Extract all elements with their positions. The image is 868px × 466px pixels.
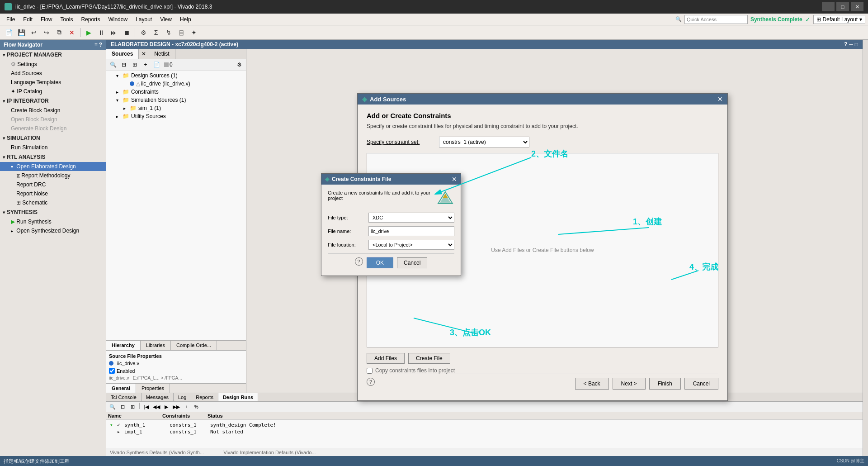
nav-run-synthesis[interactable]: ▶ Run Synthesis xyxy=(0,217,106,226)
nav-language-templates[interactable]: Language Templates xyxy=(0,78,106,87)
menu-window[interactable]: Window xyxy=(104,15,131,24)
copy-constraints-checkbox[interactable] xyxy=(367,368,373,374)
tree-iic-drive[interactable]: △ iic_drive (iic_drive.v) xyxy=(107,80,245,88)
sources-add-btn[interactable]: + xyxy=(141,60,151,69)
section-simulation[interactable]: ▾ SIMULATION xyxy=(0,133,106,143)
finish-btn[interactable]: Finish xyxy=(649,378,681,390)
menu-reports[interactable]: Reports xyxy=(77,15,104,24)
console-next-btn[interactable]: ▶▶ xyxy=(172,403,181,411)
expand-constraints[interactable]: ▸ xyxy=(116,90,122,95)
format-btn[interactable]: ⌸ xyxy=(175,27,187,38)
ccf-cancel-btn[interactable]: Cancel xyxy=(397,257,427,268)
ccf-file-location-select[interactable]: <Local to Project> xyxy=(368,240,454,250)
tab-log[interactable]: Log xyxy=(174,393,191,401)
ccf-ok-btn[interactable]: OK xyxy=(367,257,393,268)
menu-tools[interactable]: Tools xyxy=(57,15,76,24)
elab-minimize[interactable]: ─ xyxy=(849,41,853,48)
layout-dropdown[interactable]: ⊞ Default Layout ▾ xyxy=(813,15,865,24)
console-add-btn[interactable]: + xyxy=(182,403,191,411)
tab-netlist[interactable]: Netlist xyxy=(149,49,175,59)
ccf-file-name-input[interactable] xyxy=(368,226,454,236)
tab-messages[interactable]: Messages xyxy=(142,393,174,401)
nav-report-noise[interactable]: Report Noise xyxy=(0,189,106,198)
tree-utility-sources[interactable]: ▸ 📁 Utility Sources xyxy=(107,112,245,120)
sources-search-btn[interactable]: 🔍 xyxy=(108,60,118,69)
sources-filter-btn[interactable]: ⊟ xyxy=(119,60,129,69)
nav-settings[interactable]: ⚙ Settings xyxy=(0,60,106,69)
tree-simulation-sources[interactable]: ▾ 📁 Simulation Sources (1) xyxy=(107,96,245,104)
nav-open-elaborated-design[interactable]: ▾ Open Elaborated Design xyxy=(0,162,106,171)
console-percent-btn[interactable]: % xyxy=(192,403,201,411)
console-prev-btn[interactable]: ◀◀ xyxy=(152,403,161,411)
menu-help[interactable]: Help xyxy=(176,15,195,24)
tab-design-runs[interactable]: Design Runs xyxy=(218,393,258,401)
copy-btn[interactable]: ⧉ xyxy=(53,27,65,38)
tab-hierarchy[interactable]: Hierarchy xyxy=(106,341,141,350)
back-btn[interactable]: < Back xyxy=(575,378,609,390)
tab-reports[interactable]: Reports xyxy=(191,393,218,401)
tab-tcl-console[interactable]: Tcl Console xyxy=(106,393,142,401)
console-collapse-btn[interactable]: ⊞ xyxy=(128,403,137,411)
close-sources-tab[interactable]: ✕ xyxy=(139,49,149,59)
menu-layout[interactable]: Layout xyxy=(132,15,156,24)
nav-schematic[interactable]: ⊞ Schematic xyxy=(0,198,106,207)
menu-edit[interactable]: Edit xyxy=(19,15,36,24)
save-btn[interactable]: 💾 xyxy=(15,27,27,38)
new-btn[interactable]: 📄 xyxy=(3,27,14,38)
stats-btn[interactable]: Σ xyxy=(150,27,162,38)
menu-flow[interactable]: Flow xyxy=(37,15,56,24)
nav-add-sources[interactable]: Add Sources xyxy=(0,69,106,78)
flow-nav-help[interactable]: ? xyxy=(99,42,102,48)
step-btn[interactable]: ⏭ xyxy=(108,27,120,38)
menu-view[interactable]: View xyxy=(156,15,175,24)
close-button[interactable]: ✕ xyxy=(851,2,863,11)
tree-sim-1[interactable]: ▸ 📁 sim_1 (1) xyxy=(107,104,245,112)
minimize-button[interactable]: ─ xyxy=(822,2,835,11)
add-sources-close-btn[interactable]: ✕ xyxy=(717,95,723,103)
run-impl-1[interactable]: ▸ impl_1 constrs_1 Not started xyxy=(110,428,859,435)
add-sources-help-btn[interactable]: ? xyxy=(367,378,375,386)
tab-general[interactable]: General xyxy=(106,384,136,393)
add-files-btn[interactable]: Add Files xyxy=(367,353,405,364)
create-file-btn[interactable]: Create File xyxy=(408,353,450,364)
compile-btn[interactable]: ↯ xyxy=(163,27,175,38)
ccf-close-btn[interactable]: ✕ xyxy=(452,176,457,183)
expand-utility-sources[interactable]: ▸ xyxy=(116,114,122,119)
elab-maximize[interactable]: □ xyxy=(855,41,858,48)
tree-constraints[interactable]: ▸ 📁 Constraints xyxy=(107,88,245,96)
sources-file-btn[interactable]: 📄 xyxy=(151,60,161,69)
tree-design-sources[interactable]: ▾ 📁 Design Sources (1) xyxy=(107,71,245,80)
nav-create-block-design[interactable]: Create Block Design xyxy=(0,106,106,115)
menu-file[interactable]: File xyxy=(3,15,19,24)
redo-btn[interactable]: ↪ xyxy=(41,27,52,38)
delete-btn[interactable]: ✕ xyxy=(66,27,78,38)
expand-sim-sources[interactable]: ▾ xyxy=(116,98,122,103)
sources-collapse-btn[interactable]: ⊞ xyxy=(130,60,140,69)
cancel-btn[interactable]: Cancel xyxy=(684,378,718,390)
section-synthesis[interactable]: ▾ SYNTHESIS xyxy=(0,207,106,217)
nav-report-methodology[interactable]: ⧖ Report Methodology xyxy=(0,171,106,180)
quick-access-input[interactable] xyxy=(684,15,748,24)
next-btn[interactable]: Next > xyxy=(613,378,646,390)
nav-open-synthesized-design[interactable]: ▸ Open Synthesized Design xyxy=(0,226,106,235)
stop-btn[interactable]: ⏹ xyxy=(121,27,132,38)
sources-settings-btn[interactable]: ⚙ xyxy=(234,60,244,69)
console-play-btn[interactable]: ▶ xyxy=(162,403,171,411)
tab-sources[interactable]: Sources xyxy=(106,49,139,59)
tab-libraries[interactable]: Libraries xyxy=(141,341,171,350)
constraint-set-select[interactable]: constrs_1 (active) xyxy=(439,137,529,147)
run-btn[interactable]: ▶ xyxy=(83,27,94,38)
console-search-btn[interactable]: 🔍 xyxy=(108,403,117,411)
nav-run-simulation[interactable]: Run Simulation xyxy=(0,143,106,152)
flow-nav-pin[interactable]: ≡ xyxy=(94,42,98,48)
tab-compile-order[interactable]: Compile Orde... xyxy=(171,341,217,350)
nav-ip-catalog[interactable]: ✦ IP Catalog xyxy=(0,87,106,96)
nav-report-drc[interactable]: Report DRC xyxy=(0,180,106,189)
check-btn[interactable]: ✦ xyxy=(188,27,200,38)
undo-btn[interactable]: ↩ xyxy=(28,27,40,38)
console-filter-btn[interactable]: ⊟ xyxy=(118,403,127,411)
ccf-file-type-select[interactable]: XDC xyxy=(368,213,454,223)
section-project-manager[interactable]: ▾ PROJECT MANAGER xyxy=(0,50,106,60)
expand-sim-1[interactable]: ▸ xyxy=(123,106,129,111)
sfp-enabled-checkbox[interactable] xyxy=(109,368,115,374)
